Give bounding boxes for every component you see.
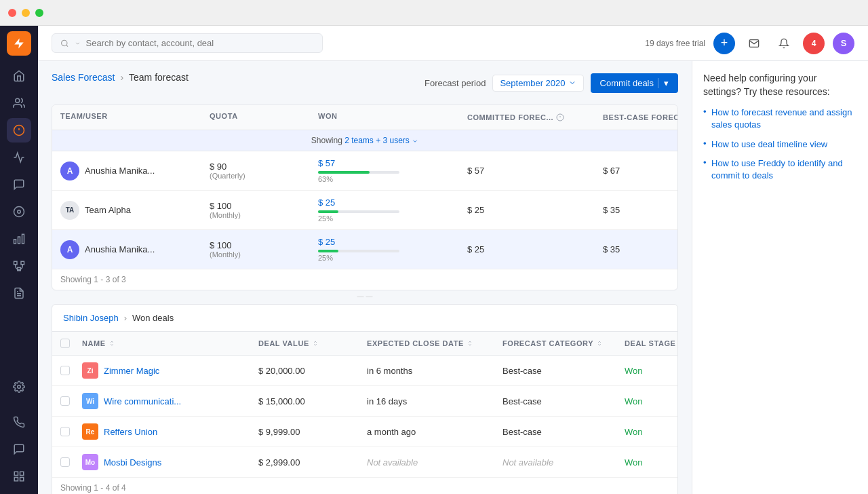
deal-stage-4: Won <box>616 451 678 474</box>
topnav-right: 19 days free trial + 4 S <box>645 33 854 54</box>
user-avatar-3: A <box>60 240 79 259</box>
deals-header: Shibin Joseph › Won deals <box>52 305 677 332</box>
commit-btn-label: Commit deals <box>600 78 654 88</box>
sidebar-item-integrations[interactable] <box>7 254 31 278</box>
svg-rect-16 <box>20 472 24 475</box>
deal-checkbox-4[interactable] <box>60 457 70 467</box>
app-logo[interactable] <box>7 31 31 56</box>
sidebar-item-home[interactable] <box>7 64 31 88</box>
deal-name-4[interactable]: Mosbi Designs <box>104 457 161 468</box>
forecast-sort-icon[interactable] <box>596 340 603 347</box>
deal-name-1[interactable]: Zimmer Magic <box>104 366 159 376</box>
help-link-2[interactable]: How to use deal timeline view <box>711 138 857 151</box>
sidebar-item-phone[interactable] <box>7 410 31 434</box>
notification-badge[interactable]: 4 <box>803 33 825 54</box>
period-dropdown[interactable]: September 2020 <box>492 75 583 92</box>
deals-table-header: NAME DEAL VALUE EXPECTED CLOSE DATE FORE… <box>52 332 677 356</box>
deal-check-4[interactable] <box>52 451 74 474</box>
deal-name-2[interactable]: Wire communicati... <box>104 396 181 406</box>
progress-pct-2: 25% <box>318 214 451 223</box>
col-quota: QUOTA <box>201 105 310 130</box>
progress-bar-1 <box>318 171 399 174</box>
minimize-button[interactable] <box>22 9 30 17</box>
period-dropdown-icon <box>568 79 576 87</box>
svg-rect-9 <box>14 261 18 265</box>
name-sort-icon[interactable] <box>108 340 115 347</box>
sidebar-item-analytics[interactable] <box>7 145 31 170</box>
showing-dropdown-icon[interactable] <box>412 138 418 145</box>
commit-deals-button[interactable]: Commit deals ▾ <box>591 73 678 93</box>
svg-line-20 <box>66 45 68 46</box>
resize-dots: — — <box>357 292 373 300</box>
quota-val-2: $ 100 <box>210 201 302 211</box>
quota-val-1: $ 90 <box>210 162 302 172</box>
deal-value-3: $ 9,999.00 <box>250 420 359 444</box>
col-team-user: TEAM/USER <box>52 105 201 130</box>
svg-point-4 <box>14 207 24 217</box>
value-sort-icon[interactable] <box>312 340 319 347</box>
dropdown-icon[interactable] <box>75 40 81 47</box>
committed-cell-1: $ 57 <box>459 159 595 183</box>
showing-link[interactable]: 2 teams + 3 users <box>344 136 410 145</box>
table-showing-count: Showing 1 - 3 of 3 <box>52 269 677 290</box>
email-button[interactable] <box>743 33 765 54</box>
bestcase-cell-1: $ 67 <box>595 159 678 183</box>
help-panel: Need help configuring your settings? Try… <box>692 61 868 494</box>
deal-name-3[interactable]: Reffers Union <box>104 427 157 437</box>
help-links: How to forecast revenue and assign sales… <box>703 107 857 182</box>
commit-btn-arrow[interactable]: ▾ <box>658 78 669 88</box>
deal-row: Mo Mosbi Designs $ 2,999.00 Not availabl… <box>52 447 677 478</box>
deal-check-2[interactable] <box>52 390 74 413</box>
deal-row: Re Reffers Union $ 9,999.00 a month ago … <box>52 417 677 447</box>
sidebar-item-messages[interactable] <box>7 172 31 197</box>
deal-checkbox-1[interactable] <box>60 366 70 375</box>
table-row: A Anushia Manika... $ 100 (Monthly) $ 25… <box>52 230 677 269</box>
table-header: TEAM/USER QUOTA WON COMMITTED FOREC... B… <box>52 105 677 130</box>
help-link-3[interactable]: How to use Freddy to identify and commit… <box>711 157 857 182</box>
sidebar-item-settings[interactable] <box>7 375 31 399</box>
deals-col-close-date: EXPECTED CLOSE DATE <box>359 332 494 355</box>
sidebar-item-deals[interactable] <box>7 118 31 142</box>
won-amount-3: $ 25 <box>318 237 451 247</box>
help-link-1[interactable]: How to forecast revenue and assign sales… <box>711 107 857 131</box>
add-button[interactable]: + <box>713 33 735 54</box>
sidebar-item-apps[interactable] <box>7 464 31 489</box>
user-cell-1: A Anushia Manika... <box>52 155 201 187</box>
sidebar-item-contacts[interactable] <box>7 91 31 115</box>
deals-col-value: DEAL VALUE <box>250 332 359 355</box>
deal-check-3[interactable] <box>52 420 74 443</box>
avatar[interactable]: S <box>833 33 854 54</box>
deal-checkbox-3[interactable] <box>60 427 70 436</box>
period-value: September 2020 <box>500 78 565 88</box>
help-link-item: How to forecast revenue and assign sales… <box>703 107 857 131</box>
breadcrumb-current: Team forecast <box>129 72 189 83</box>
sidebar-item-chat[interactable] <box>7 437 31 461</box>
deals-breadcrumb-name[interactable]: Shibin Joseph <box>63 313 119 323</box>
deals-section: Shibin Joseph › Won deals NAME DEA <box>52 304 678 494</box>
deal-forecast-2: Best-case <box>494 390 616 413</box>
deal-name-cell-4: Mo Mosbi Designs <box>74 447 250 477</box>
select-all-checkbox[interactable] <box>60 339 70 348</box>
sidebar-item-audit[interactable] <box>7 281 31 305</box>
sidebar-item-reports[interactable] <box>7 227 31 251</box>
resize-handle[interactable]: — — <box>52 293 678 299</box>
search-input[interactable] <box>86 38 314 48</box>
sidebar-item-marketing[interactable] <box>7 200 31 224</box>
deals-title: Won deals <box>132 313 174 323</box>
breadcrumb-parent[interactable]: Sales Forecast <box>52 72 115 83</box>
notification-bell-button[interactable] <box>773 33 795 54</box>
maximize-button[interactable] <box>35 9 43 17</box>
col-best-case: BEST-CASE FOREC... <box>595 105 678 130</box>
table-row: TA Team Alpha $ 100 (Monthly) $ 25 25% <box>52 191 677 230</box>
deal-close-1: in 6 months <box>359 359 494 383</box>
deal-name-cell-1: Zi Zimmer Magic <box>74 356 250 385</box>
deal-checkbox-2[interactable] <box>60 396 70 406</box>
committed-info-icon[interactable] <box>556 113 564 121</box>
deal-check-1[interactable] <box>52 359 74 382</box>
progress-fill-1 <box>318 171 370 174</box>
date-sort-icon[interactable] <box>467 340 473 347</box>
user-name-3: Anushia Manika... <box>85 244 155 254</box>
sidebar <box>0 26 38 494</box>
close-button[interactable] <box>8 9 16 17</box>
search-bar[interactable] <box>52 33 323 53</box>
